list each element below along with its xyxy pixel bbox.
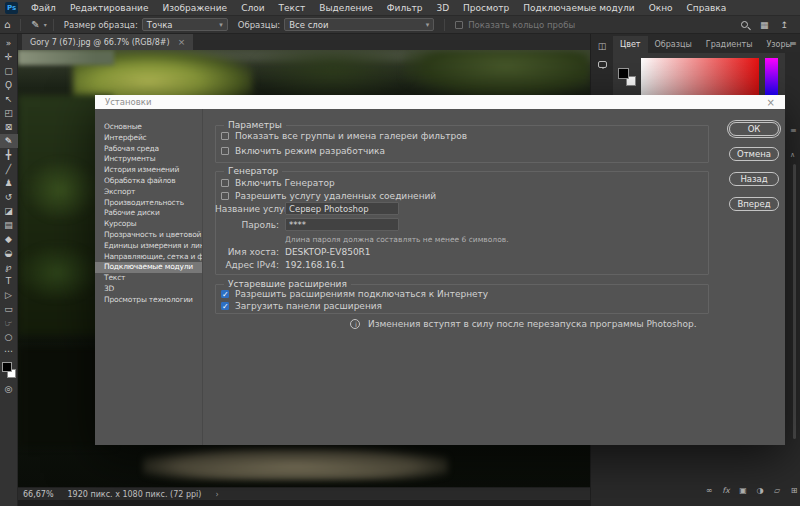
type-tool[interactable]: T xyxy=(0,274,18,288)
sidebar-item-history[interactable]: История изменений xyxy=(95,165,202,176)
menu-filter[interactable]: Фильтр xyxy=(380,0,430,16)
close-icon[interactable]: × xyxy=(178,37,186,47)
new-group-icon[interactable]: ▱ xyxy=(771,486,783,495)
sidebar-item-scratch-disks[interactable]: Рабочие диски xyxy=(95,208,202,219)
menu-layers[interactable]: Слои xyxy=(234,0,271,16)
next-button[interactable]: Вперед xyxy=(729,197,779,211)
clone-stamp-tool[interactable]: ♟ xyxy=(0,176,18,190)
tab-swatches[interactable]: Образцы xyxy=(648,36,699,53)
search-icon[interactable] xyxy=(741,21,748,28)
panel-menu-icon[interactable]: ≡ xyxy=(790,126,797,135)
menu-file[interactable]: Файл xyxy=(24,0,63,16)
workspace-icon[interactable]: ▦ xyxy=(760,20,769,30)
adjustment-layer-icon[interactable]: ◑ xyxy=(754,486,766,495)
quick-mask-icon[interactable]: ◎ xyxy=(0,382,18,396)
menu-select[interactable]: Выделение xyxy=(312,0,380,16)
menu-3d[interactable]: 3D xyxy=(429,0,456,16)
password-input[interactable] xyxy=(285,218,399,231)
healing-brush-tool[interactable]: ╋ xyxy=(0,148,18,162)
zoom-tool[interactable]: ○ xyxy=(0,330,18,344)
tab-gradients[interactable]: Градиенты xyxy=(699,36,760,53)
zoom-level-field[interactable]: 66,67% xyxy=(23,490,54,499)
menu-window[interactable]: Окно xyxy=(642,0,680,16)
properties-panel-icon[interactable]: ◫ xyxy=(598,41,607,51)
expand-toolbar-icon[interactable]: » xyxy=(0,36,18,50)
hand-tool[interactable]: ☞ xyxy=(0,316,18,330)
layer-effects-icon[interactable]: fx xyxy=(720,486,732,495)
history-brush-tool[interactable]: ↺ xyxy=(0,190,18,204)
link-layers-icon[interactable]: ∞ xyxy=(703,486,715,495)
enable-generator-checkbox[interactable] xyxy=(221,179,229,187)
comments-panel-icon[interactable] xyxy=(598,61,607,68)
blur-tool[interactable]: ◆ xyxy=(0,232,18,246)
ok-button[interactable]: ОК xyxy=(729,122,779,136)
checkbox-row[interactable]: Показать все группы и имена галереи филь… xyxy=(221,131,467,141)
sidebar-item-guides-grid[interactable]: Направляющие, сетка и фрагменты xyxy=(95,252,202,263)
extensions-internet-checkbox[interactable] xyxy=(221,290,229,298)
eyedropper-preset-icon[interactable]: ✎ xyxy=(27,19,43,30)
eyedropper-tool[interactable]: ✎ xyxy=(0,134,18,148)
menu-image[interactable]: Изображение xyxy=(155,0,234,16)
status-options-chevron[interactable]: › xyxy=(215,490,218,499)
lasso-tool[interactable]: Ϙ xyxy=(0,78,18,92)
load-extension-panels-checkbox[interactable] xyxy=(221,302,229,310)
shape-tool[interactable]: ▭ xyxy=(0,302,18,316)
sample-size-select[interactable]: Точка ▾ xyxy=(142,18,228,31)
chevron-down-icon[interactable]: ▾ xyxy=(44,21,47,28)
menu-plugins[interactable]: Подключаемые модули xyxy=(516,0,641,16)
layer-mask-icon[interactable]: ▣ xyxy=(737,486,749,495)
object-selection-tool[interactable]: ↖ xyxy=(0,92,18,106)
sidebar-item-general[interactable]: Основные xyxy=(95,122,202,133)
eraser-tool[interactable]: ◪ xyxy=(0,204,18,218)
document-tab[interactable]: Gory 7 (67).jpg @ 66.7% (RGB/8#) × xyxy=(22,34,193,50)
service-name-input[interactable] xyxy=(285,202,399,215)
cancel-button[interactable]: Отмена xyxy=(729,147,779,161)
collapse-panel-icon[interactable]: ∧ xyxy=(790,151,795,159)
menu-view[interactable]: Просмотр xyxy=(456,0,516,16)
prev-button[interactable]: Назад xyxy=(729,172,779,186)
sidebar-item-tech-previews[interactable]: Просмотры технологии xyxy=(95,295,202,306)
sidebar-item-tools[interactable]: Инструменты xyxy=(95,154,202,165)
color-swatches[interactable] xyxy=(0,360,18,382)
sidebar-item-file-handling[interactable]: Обработка файлов xyxy=(95,176,202,187)
sidebar-item-cursors[interactable]: Курсоры xyxy=(95,219,202,230)
checkbox-row[interactable]: Разрешить расширениям подключаться к Инт… xyxy=(221,289,488,299)
menu-type[interactable]: Текст xyxy=(272,0,313,16)
menu-help[interactable]: Справка xyxy=(680,0,734,16)
panel-menu-icon[interactable]: ≡ xyxy=(790,39,797,48)
path-select-tool[interactable]: ▷ xyxy=(0,288,18,302)
samples-select[interactable]: Все слои ▾ xyxy=(284,18,434,31)
sidebar-item-interface[interactable]: Интерфейс xyxy=(95,133,202,144)
foreground-color-swatch[interactable] xyxy=(2,362,12,372)
sidebar-item-workspace[interactable]: Рабочая среда xyxy=(95,144,202,155)
checkbox-row[interactable]: Разрешить услугу удаленных соединений xyxy=(221,191,436,201)
panel-color-swatches[interactable] xyxy=(618,68,638,88)
marquee-tool[interactable]: ▢ xyxy=(0,64,18,78)
checkbox-row[interactable]: Включить Генератор xyxy=(221,178,335,188)
checkbox-row[interactable]: Загрузить панели расширения xyxy=(221,301,382,311)
show-filter-groups-checkbox[interactable] xyxy=(221,132,229,140)
share-icon[interactable]: ↥ xyxy=(780,20,788,30)
pen-tool[interactable]: ℘ xyxy=(0,260,18,274)
dodge-tool[interactable]: ◒ xyxy=(0,246,18,260)
sidebar-item-export[interactable]: Экспорт xyxy=(95,187,202,198)
more-tools-icon[interactable]: ⋯ xyxy=(0,344,18,358)
brush-tool[interactable]: ╱ xyxy=(0,162,18,176)
close-icon[interactable]: × xyxy=(767,97,775,108)
home-icon[interactable]: ⌂ xyxy=(0,19,14,30)
sidebar-item-performance[interactable]: Производительность xyxy=(95,198,202,209)
sidebar-item-type[interactable]: Текст xyxy=(95,273,202,284)
remote-connections-checkbox[interactable] xyxy=(221,192,229,200)
sidebar-item-plugins[interactable]: Подключаемые модули xyxy=(95,262,202,273)
dialog-title-bar[interactable]: Установки × xyxy=(95,95,785,109)
sidebar-item-units-rulers[interactable]: Единицы измерения и линейки xyxy=(95,241,202,252)
gradient-tool[interactable]: ▤ xyxy=(0,218,18,232)
scrollbar[interactable] xyxy=(793,164,796,439)
developer-mode-checkbox[interactable] xyxy=(221,147,229,155)
menu-edit[interactable]: Редактирование xyxy=(63,0,156,16)
tab-color[interactable]: Цвет xyxy=(613,36,648,53)
sidebar-item-transparency[interactable]: Прозрачность и цветовой охват xyxy=(95,230,202,241)
sidebar-item-3d[interactable]: 3D xyxy=(95,284,202,295)
foreground-color-swatch[interactable] xyxy=(618,68,629,79)
frame-tool[interactable]: ⊠ xyxy=(0,120,18,134)
